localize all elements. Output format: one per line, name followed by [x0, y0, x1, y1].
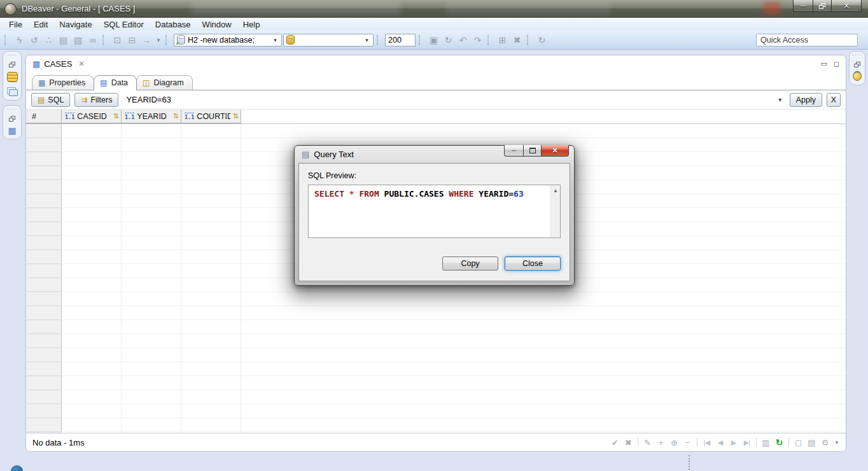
- restore-view-icon[interactable]: [854, 62, 860, 67]
- menu-item-file[interactable]: File: [3, 20, 28, 29]
- database-navigator-icon[interactable]: [7, 72, 18, 82]
- drag-handle[interactable]: ····: [7, 53, 17, 57]
- row-number-cell[interactable]: [26, 306, 62, 320]
- connect-icon[interactable]: ↺: [27, 34, 41, 46]
- cell-caseid[interactable]: [62, 278, 122, 292]
- cell-yearid[interactable]: [122, 250, 181, 264]
- cell-courtid[interactable]: [181, 348, 241, 362]
- cell-caseid[interactable]: [62, 152, 122, 166]
- cell-caseid[interactable]: [62, 222, 122, 236]
- cell-yearid[interactable]: [122, 236, 181, 250]
- sql-button[interactable]: ▤ SQL: [31, 93, 70, 107]
- cell-courtid[interactable]: [181, 222, 241, 236]
- cell-courtid[interactable]: [181, 320, 241, 334]
- cell-courtid[interactable]: [181, 390, 241, 404]
- cell-courtid[interactable]: [181, 362, 241, 376]
- dialog-minimize-button[interactable]: ─: [504, 145, 523, 157]
- cell-courtid[interactable]: [181, 292, 241, 306]
- rollback-icon[interactable]: ⊟: [125, 34, 139, 46]
- cell-courtid[interactable]: [181, 208, 241, 222]
- cell-yearid[interactable]: [122, 404, 181, 418]
- cell-courtid[interactable]: [181, 124, 241, 138]
- row-number-cell[interactable]: [26, 334, 62, 348]
- cell-courtid[interactable]: [181, 278, 241, 292]
- cell-yearid[interactable]: [122, 334, 181, 348]
- statusline-drag-handle[interactable]: [689, 455, 690, 470]
- cell-yearid[interactable]: [122, 418, 181, 432]
- cell-caseid[interactable]: [62, 166, 122, 180]
- cell-yearid[interactable]: [122, 320, 181, 334]
- row-number-cell[interactable]: [26, 404, 62, 418]
- edit-cell-icon[interactable]: ✎: [643, 438, 652, 447]
- cell-courtid[interactable]: [181, 250, 241, 264]
- new-item-icon[interactable]: ⊞: [496, 34, 509, 46]
- tab-close-icon[interactable]: ✕: [78, 60, 84, 68]
- cell-caseid[interactable]: [62, 236, 122, 250]
- row-number-cell[interactable]: [26, 390, 62, 404]
- open-sql-script-icon[interactable]: ▧: [71, 34, 85, 46]
- cell-yearid[interactable]: [122, 390, 181, 404]
- next-record-icon[interactable]: ▶: [729, 439, 738, 447]
- row-number-cell[interactable]: [26, 320, 62, 334]
- filter-dropdown-icon[interactable]: ▾: [775, 96, 785, 103]
- connection-combo[interactable]: ✓ H2 -new database; ▾: [174, 34, 282, 46]
- cell-yearid[interactable]: [122, 348, 181, 362]
- toggle-grid-panel-icon[interactable]: ▤: [808, 438, 816, 447]
- cell-courtid[interactable]: [181, 152, 241, 166]
- cell-yearid[interactable]: [122, 166, 181, 180]
- row-number-cell[interactable]: [26, 236, 62, 250]
- delete-row-icon[interactable]: −: [683, 438, 692, 447]
- refresh-icon[interactable]: ↻: [535, 34, 549, 46]
- tab-properties[interactable]: ▦Properties: [32, 75, 94, 90]
- cell-caseid[interactable]: [62, 404, 122, 418]
- cell-caseid[interactable]: [62, 334, 122, 348]
- dialog-maximize-button[interactable]: [523, 145, 542, 157]
- cell-courtid[interactable]: [181, 418, 241, 432]
- transaction-dropdown-icon[interactable]: ▾: [155, 37, 162, 43]
- restore-button[interactable]: [813, 0, 832, 12]
- row-number-cell[interactable]: [26, 362, 62, 376]
- row-number-cell[interactable]: [26, 180, 62, 194]
- copy-button[interactable]: Copy: [442, 257, 498, 271]
- driver-manager-icon[interactable]: ∴: [42, 34, 55, 46]
- cell-caseid[interactable]: [62, 250, 122, 264]
- row-number-cell[interactable]: [26, 264, 62, 278]
- new-sql-editor-icon[interactable]: ▤: [57, 34, 70, 46]
- cell-yearid[interactable]: [122, 306, 181, 320]
- refresh-file-icon[interactable]: ↻: [442, 34, 455, 46]
- cell-yearid[interactable]: [122, 376, 181, 390]
- restore-view-icon[interactable]: [9, 116, 15, 122]
- sort-icon[interactable]: ⇅: [233, 112, 239, 120]
- sort-icon[interactable]: ⇅: [173, 112, 179, 120]
- clear-filter-button[interactable]: X: [827, 93, 841, 107]
- row-number-cell[interactable]: [26, 278, 62, 292]
- cell-caseid[interactable]: [62, 362, 122, 376]
- row-number-cell[interactable]: [26, 194, 62, 208]
- cell-courtid[interactable]: [181, 166, 241, 180]
- row-number-cell[interactable]: [26, 250, 62, 264]
- maximize-view-icon[interactable]: ◻: [834, 60, 839, 68]
- commit-icon[interactable]: ⊡: [111, 34, 124, 46]
- cell-yearid[interactable]: [122, 194, 181, 208]
- transaction-mode-icon[interactable]: →: [140, 34, 153, 46]
- new-connection-icon[interactable]: ϟ: [13, 34, 26, 46]
- cell-caseid[interactable]: [62, 194, 122, 208]
- column-header-yearid[interactable]: 1.1YEARID⇅: [122, 109, 181, 123]
- quick-access-input[interactable]: [756, 34, 858, 46]
- row-number-cell[interactable]: [26, 292, 62, 306]
- close-button[interactable]: Close: [505, 257, 561, 271]
- sort-icon[interactable]: ⇅: [113, 112, 119, 120]
- cell-yearid[interactable]: [122, 208, 181, 222]
- cell-caseid[interactable]: [62, 124, 122, 138]
- minimize-button[interactable]: ─: [793, 0, 813, 12]
- tab-data[interactable]: ▤Data: [94, 75, 137, 90]
- previous-record-icon[interactable]: ◀: [716, 439, 724, 447]
- cell-caseid[interactable]: [62, 264, 122, 278]
- apply-changes-icon[interactable]: ✔: [611, 438, 619, 447]
- search-icon[interactable]: ∞: [86, 34, 99, 46]
- row-number-cell[interactable]: [26, 124, 62, 138]
- cell-yearid[interactable]: [122, 292, 181, 306]
- cell-courtid[interactable]: [181, 138, 241, 152]
- cell-yearid[interactable]: [122, 278, 181, 292]
- menu-item-edit[interactable]: Edit: [28, 20, 53, 29]
